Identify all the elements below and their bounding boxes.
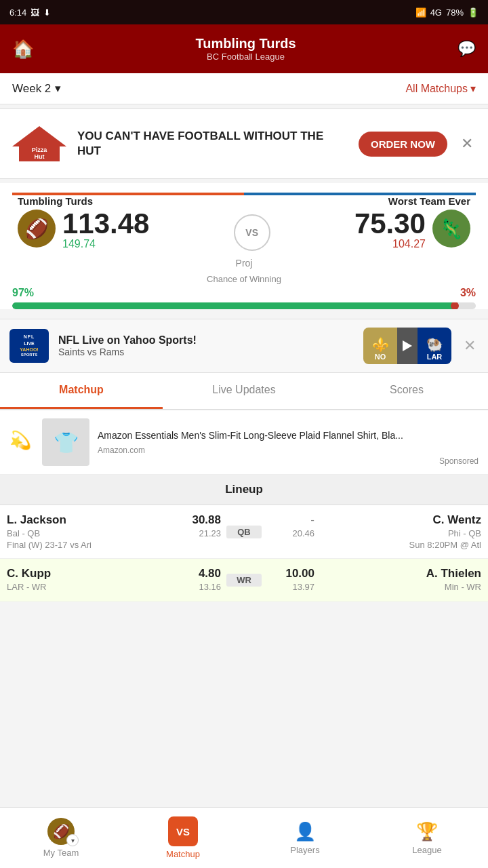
play-button[interactable] <box>397 328 418 364</box>
right-player-score: - <box>267 513 314 527</box>
lineup-row: C. Kupp LAR - WR 4.80 13.16 WR 10.00 13.… <box>0 559 488 602</box>
status-right: 📶 4G 78% 🔋 <box>415 7 479 18</box>
week-label: Week 2 <box>12 82 51 96</box>
proj-row: Proj <box>12 258 476 269</box>
nfl-live-text: NFL Live on Yahoo Sports! Saints vs Rams <box>58 334 354 357</box>
right-team-name: Worst Team Ever <box>388 195 470 207</box>
right-player-name: A. Thielen <box>314 567 481 580</box>
messages-icon[interactable]: 💬 <box>458 40 476 58</box>
chevron-down-icon: ▾ <box>55 81 61 96</box>
right-player: C. Wentz Phi - QB Sun 8:20PM @ Atl <box>314 513 481 550</box>
week-selector[interactable]: Week 2 ▾ <box>12 81 61 96</box>
proj-label: Proj <box>236 258 253 269</box>
left-player-info2: Final (W) 23-17 vs Ari <box>7 540 174 550</box>
win-bar-track <box>12 302 476 309</box>
tabs-row: Matchup Live Updates Scores <box>0 373 488 410</box>
left-team-proj: 149.74 <box>62 238 149 250</box>
ad-headline: YOU CAN'T HAVE FOOTBALL WITHOUT THE HUT <box>77 129 348 159</box>
game-badge[interactable]: ⚜️ NO 🐏 LAR <box>363 328 451 364</box>
win-bar-dot <box>451 302 459 309</box>
left-win-pct: 97% <box>12 287 34 299</box>
saints-label: NO <box>375 353 386 361</box>
nfl-live-close-icon[interactable]: ✕ <box>461 334 479 357</box>
right-player-info1: Phi - QB <box>314 528 481 538</box>
status-left: 6:14 🖼 ⬇ <box>9 7 51 18</box>
nfl-live-subtitle: Saints vs Rams <box>58 347 354 357</box>
order-now-button[interactable]: ORDER NOW <box>359 132 447 157</box>
app-header: 🏠 Tumbling Turds BC Football League 💬 <box>0 24 488 73</box>
battery-icon: 🔋 <box>468 7 479 18</box>
rams-badge: 🐏 LAR <box>418 328 451 364</box>
all-matchups-selector[interactable]: All Matchups ▾ <box>405 82 476 95</box>
saints-badge: ⚜️ NO <box>363 328 397 364</box>
left-team-name: Tumbling Turds <box>18 195 93 207</box>
position-badge: WR <box>226 574 262 587</box>
battery-level: 78% <box>446 7 464 18</box>
product-title: Amazon Essentials Men's Slim-Fit Long-Sl… <box>98 429 431 443</box>
right-player-name: C. Wentz <box>314 513 481 527</box>
right-team: Worst Team Ever 🦎 75.30 104.27 <box>354 195 470 250</box>
left-player-proj: 21.23 <box>174 528 221 538</box>
product-thumbnail: 👕 <box>42 418 89 466</box>
left-team-score: 113.48 <box>62 210 149 238</box>
left-player-info1: Bal - QB <box>7 528 174 538</box>
nfl-live-banner[interactable]: NFL LIVE YAHOO! SPORTS NFL Live on Yahoo… <box>0 319 488 373</box>
right-player-score: 10.00 <box>267 567 314 580</box>
right-win-pct: 3% <box>460 287 476 299</box>
nfl-live-logo: NFL LIVE YAHOO! SPORTS <box>9 329 49 363</box>
win-bar-fill <box>12 302 458 309</box>
ad-close-icon[interactable]: ✕ <box>458 132 476 155</box>
right-player-proj: 20.46 <box>267 528 314 538</box>
right-player-proj: 13.97 <box>267 582 314 592</box>
left-player-info1: LAR - WR <box>7 582 174 592</box>
tab-scores[interactable]: Scores <box>325 373 488 409</box>
home-icon[interactable]: 🏠 <box>12 39 34 60</box>
win-bar-labels: 97% 3% <box>12 287 476 299</box>
right-team-proj: 104.27 <box>354 238 426 250</box>
right-player-info2: Sun 8:20PM @ Atl <box>314 540 481 550</box>
left-player-name: C. Kupp <box>7 567 174 580</box>
right-team-avatar: 🦎 <box>432 210 470 248</box>
pizza-hut-logo: PizzaHut <box>12 120 66 167</box>
vs-badge: VS <box>234 214 270 251</box>
lineup-row: L. Jackson Bal - QB Final (W) 23-17 vs A… <box>0 505 488 559</box>
left-player-name: L. Jackson <box>7 513 174 527</box>
left-player: C. Kupp LAR - WR <box>7 567 174 593</box>
left-player-score: 30.88 <box>174 513 221 527</box>
right-team-score: 75.30 <box>354 210 426 238</box>
nfl-live-title: NFL Live on Yahoo Sports! <box>58 334 354 347</box>
sponsored-label: Sponsored <box>439 456 479 466</box>
league-name: BC Football League <box>195 52 296 62</box>
photo-icon: 🖼 <box>30 7 39 18</box>
right-player-info1: Min - WR <box>314 582 481 592</box>
tab-live-updates[interactable]: Live Updates <box>163 373 325 409</box>
week-bar: Week 2 ▾ All Matchups ▾ <box>0 73 488 104</box>
left-player: L. Jackson Bal - QB Final (W) 23-17 vs A… <box>7 513 174 550</box>
chance-label: Chance of Winning <box>12 274 476 284</box>
left-team: Tumbling Turds 🏈 113.48 149.74 <box>18 195 149 250</box>
left-player-score: 4.80 <box>174 567 221 580</box>
team-name: Tumbling Turds <box>195 36 296 52</box>
wifi-icon: 📶 <box>415 7 426 18</box>
signal-icon: 4G <box>430 7 442 18</box>
status-time: 6:14 <box>9 7 26 18</box>
loading-spinner-icon: 💫 <box>9 430 34 454</box>
matchup-section: Tumbling Turds 🏈 113.48 149.74 VS Worst … <box>0 183 488 309</box>
product-info: Amazon Essentials Men's Slim-Fit Long-Sl… <box>98 429 431 455</box>
win-bar-section: Chance of Winning 97% 3% <box>12 274 476 309</box>
pizza-hut-ad: PizzaHut YOU CAN'T HAVE FOOTBALL WITHOUT… <box>0 108 488 179</box>
download-icon: ⬇ <box>43 7 51 18</box>
ad-text: YOU CAN'T HAVE FOOTBALL WITHOUT THE HUT <box>77 129 348 159</box>
all-matchups-label: All Matchups <box>405 83 468 95</box>
product-ad: 💫 👕 Amazon Essentials Men's Slim-Fit Lon… <box>0 410 488 475</box>
tab-matchup[interactable]: Matchup <box>0 373 163 409</box>
lineup-title: Lineup <box>0 475 488 505</box>
left-player-proj: 13.16 <box>174 582 221 592</box>
matchup-teams: Tumbling Turds 🏈 113.48 149.74 VS Worst … <box>12 195 476 251</box>
position-badge: QB <box>226 526 262 538</box>
header-center: Tumbling Turds BC Football League <box>195 36 296 62</box>
status-bar: 6:14 🖼 ⬇ 📶 4G 78% 🔋 <box>0 0 488 24</box>
rams-label: LAR <box>427 353 443 361</box>
chevron-down-icon-right: ▾ <box>470 82 476 95</box>
product-source: Amazon.com <box>98 446 431 455</box>
